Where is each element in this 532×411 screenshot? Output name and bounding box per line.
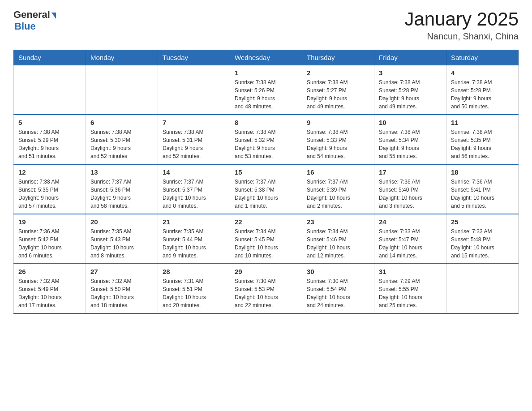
- day-number: 22: [235, 218, 297, 226]
- day-info: Sunrise: 7:38 AMSunset: 5:29 PMDaylight:…: [18, 128, 81, 160]
- calendar-cell: 30Sunrise: 7:30 AMSunset: 5:54 PMDayligh…: [302, 264, 374, 313]
- calendar-cell: 2Sunrise: 7:38 AMSunset: 5:27 PMDaylight…: [302, 65, 374, 115]
- day-number: 20: [90, 218, 153, 226]
- day-info: Sunrise: 7:38 AMSunset: 5:28 PMDaylight:…: [451, 78, 514, 111]
- day-number: 4: [451, 69, 514, 77]
- calendar-cell: 29Sunrise: 7:30 AMSunset: 5:53 PMDayligh…: [230, 264, 302, 313]
- day-number: 19: [18, 218, 81, 226]
- calendar-cell: 13Sunrise: 7:37 AMSunset: 5:36 PMDayligh…: [86, 164, 158, 214]
- day-info: Sunrise: 7:29 AMSunset: 5:55 PMDaylight:…: [379, 277, 442, 309]
- calendar-cell: 6Sunrise: 7:38 AMSunset: 5:30 PMDaylight…: [86, 115, 158, 164]
- day-number: 2: [307, 69, 369, 77]
- calendar-cell: [446, 264, 519, 313]
- day-number: 12: [18, 168, 81, 176]
- calendar-cell: 12Sunrise: 7:38 AMSunset: 5:35 PMDayligh…: [14, 164, 86, 214]
- day-info: Sunrise: 7:33 AMSunset: 5:47 PMDaylight:…: [379, 227, 442, 260]
- day-number: 29: [235, 268, 297, 275]
- calendar-cell: 4Sunrise: 7:38 AMSunset: 5:28 PMDaylight…: [446, 65, 519, 115]
- day-number: 31: [379, 268, 442, 275]
- calendar-cell: [86, 65, 158, 115]
- day-number: 7: [163, 119, 225, 126]
- logo-arrow-icon: [51, 13, 56, 19]
- calendar-cell: [14, 65, 86, 115]
- day-number: 18: [451, 168, 514, 176]
- day-info: Sunrise: 7:38 AMSunset: 5:32 PMDaylight:…: [235, 128, 297, 160]
- day-number: 27: [90, 268, 153, 275]
- calendar-cell: 19Sunrise: 7:36 AMSunset: 5:42 PMDayligh…: [14, 214, 86, 264]
- day-number: 13: [90, 168, 153, 176]
- calendar-header-row: SundayMondayTuesdayWednesdayThursdayFrid…: [14, 50, 519, 65]
- calendar-week-row: 19Sunrise: 7:36 AMSunset: 5:42 PMDayligh…: [14, 214, 519, 264]
- day-number: 25: [451, 218, 514, 226]
- day-info: Sunrise: 7:38 AMSunset: 5:26 PMDaylight:…: [235, 78, 297, 111]
- weekday-header: Tuesday: [158, 50, 230, 65]
- title-block: January 2025 Nancun, Shanxi, China: [404, 9, 519, 42]
- calendar-cell: 7Sunrise: 7:38 AMSunset: 5:31 PMDaylight…: [158, 115, 230, 164]
- day-number: 15: [235, 168, 297, 176]
- calendar-cell: 3Sunrise: 7:38 AMSunset: 5:28 PMDaylight…: [374, 65, 446, 115]
- calendar-cell: 28Sunrise: 7:31 AMSunset: 5:51 PMDayligh…: [158, 264, 230, 313]
- calendar-table: SundayMondayTuesdayWednesdayThursdayFrid…: [13, 50, 519, 314]
- day-number: 28: [163, 268, 225, 275]
- calendar-cell: 27Sunrise: 7:32 AMSunset: 5:50 PMDayligh…: [86, 264, 158, 313]
- weekday-header: Sunday: [14, 50, 86, 65]
- calendar-cell: 9Sunrise: 7:38 AMSunset: 5:33 PMDaylight…: [302, 115, 374, 164]
- day-info: Sunrise: 7:36 AMSunset: 5:40 PMDaylight:…: [379, 178, 442, 210]
- day-info: Sunrise: 7:34 AMSunset: 5:46 PMDaylight:…: [307, 227, 369, 260]
- day-number: 6: [90, 119, 153, 126]
- day-info: Sunrise: 7:32 AMSunset: 5:49 PMDaylight:…: [18, 277, 81, 309]
- calendar-cell: 15Sunrise: 7:37 AMSunset: 5:38 PMDayligh…: [230, 164, 302, 214]
- logo: General Blue: [13, 9, 56, 32]
- day-number: 3: [379, 69, 442, 77]
- calendar-week-row: 26Sunrise: 7:32 AMSunset: 5:49 PMDayligh…: [14, 264, 519, 313]
- day-info: Sunrise: 7:33 AMSunset: 5:48 PMDaylight:…: [451, 227, 514, 260]
- calendar-cell: 26Sunrise: 7:32 AMSunset: 5:49 PMDayligh…: [14, 264, 86, 313]
- day-number: 8: [235, 119, 297, 126]
- day-info: Sunrise: 7:38 AMSunset: 5:35 PMDaylight:…: [451, 128, 514, 160]
- calendar-cell: 24Sunrise: 7:33 AMSunset: 5:47 PMDayligh…: [374, 214, 446, 264]
- calendar-cell: 25Sunrise: 7:33 AMSunset: 5:48 PMDayligh…: [446, 214, 519, 264]
- day-info: Sunrise: 7:35 AMSunset: 5:43 PMDaylight:…: [90, 227, 153, 260]
- weekday-header: Wednesday: [230, 50, 302, 65]
- page-header: General Blue January 2025 Nancun, Shanxi…: [13, 9, 519, 42]
- calendar-cell: 10Sunrise: 7:38 AMSunset: 5:34 PMDayligh…: [374, 115, 446, 164]
- calendar-cell: 20Sunrise: 7:35 AMSunset: 5:43 PMDayligh…: [86, 214, 158, 264]
- day-number: 23: [307, 218, 369, 226]
- location-text: Nancun, Shanxi, China: [404, 31, 519, 42]
- day-number: 1: [235, 69, 297, 77]
- day-info: Sunrise: 7:30 AMSunset: 5:53 PMDaylight:…: [235, 277, 297, 309]
- calendar-week-row: 12Sunrise: 7:38 AMSunset: 5:35 PMDayligh…: [14, 164, 519, 214]
- month-title: January 2025: [404, 9, 519, 30]
- calendar-cell: 31Sunrise: 7:29 AMSunset: 5:55 PMDayligh…: [374, 264, 446, 313]
- calendar-cell: 1Sunrise: 7:38 AMSunset: 5:26 PMDaylight…: [230, 65, 302, 115]
- day-number: 21: [163, 218, 225, 226]
- calendar-cell: 11Sunrise: 7:38 AMSunset: 5:35 PMDayligh…: [446, 115, 519, 164]
- day-info: Sunrise: 7:38 AMSunset: 5:33 PMDaylight:…: [307, 128, 369, 160]
- day-info: Sunrise: 7:38 AMSunset: 5:31 PMDaylight:…: [163, 128, 225, 160]
- day-info: Sunrise: 7:38 AMSunset: 5:34 PMDaylight:…: [379, 128, 442, 160]
- day-info: Sunrise: 7:36 AMSunset: 5:42 PMDaylight:…: [18, 227, 81, 260]
- day-info: Sunrise: 7:32 AMSunset: 5:50 PMDaylight:…: [90, 277, 153, 309]
- calendar-cell: 16Sunrise: 7:37 AMSunset: 5:39 PMDayligh…: [302, 164, 374, 214]
- day-number: 16: [307, 168, 369, 176]
- day-info: Sunrise: 7:31 AMSunset: 5:51 PMDaylight:…: [163, 277, 225, 309]
- day-number: 14: [163, 168, 225, 176]
- calendar-cell: 22Sunrise: 7:34 AMSunset: 5:45 PMDayligh…: [230, 214, 302, 264]
- calendar-cell: 23Sunrise: 7:34 AMSunset: 5:46 PMDayligh…: [302, 214, 374, 264]
- day-info: Sunrise: 7:35 AMSunset: 5:44 PMDaylight:…: [163, 227, 225, 260]
- calendar-cell: 8Sunrise: 7:38 AMSunset: 5:32 PMDaylight…: [230, 115, 302, 164]
- day-number: 11: [451, 119, 514, 126]
- day-info: Sunrise: 7:36 AMSunset: 5:41 PMDaylight:…: [451, 178, 514, 210]
- calendar-cell: 18Sunrise: 7:36 AMSunset: 5:41 PMDayligh…: [446, 164, 519, 214]
- calendar-cell: 14Sunrise: 7:37 AMSunset: 5:37 PMDayligh…: [158, 164, 230, 214]
- day-number: 9: [307, 119, 369, 126]
- weekday-header: Monday: [86, 50, 158, 65]
- calendar-week-row: 1Sunrise: 7:38 AMSunset: 5:26 PMDaylight…: [14, 65, 519, 115]
- weekday-header: Thursday: [302, 50, 374, 65]
- day-info: Sunrise: 7:34 AMSunset: 5:45 PMDaylight:…: [235, 227, 297, 260]
- weekday-header: Friday: [374, 50, 446, 65]
- weekday-header: Saturday: [446, 50, 519, 65]
- day-info: Sunrise: 7:30 AMSunset: 5:54 PMDaylight:…: [307, 277, 369, 309]
- calendar-week-row: 5Sunrise: 7:38 AMSunset: 5:29 PMDaylight…: [14, 115, 519, 164]
- calendar-cell: 5Sunrise: 7:38 AMSunset: 5:29 PMDaylight…: [14, 115, 86, 164]
